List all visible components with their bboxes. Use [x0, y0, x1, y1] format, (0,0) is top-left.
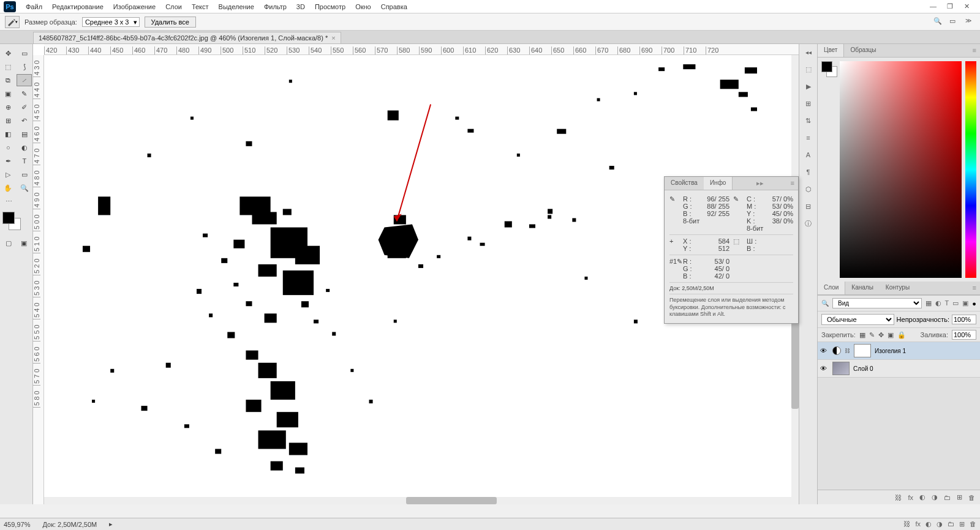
- link-layers-icon[interactable]: ⛓: [895, 494, 902, 501]
- artboard-tool[interactable]: ▭: [17, 47, 32, 59]
- status-chevron-icon[interactable]: ▸: [109, 520, 113, 528]
- menu-view[interactable]: Просмотр: [310, 1, 350, 12]
- info-collapse-icon[interactable]: ▸▸: [753, 177, 767, 190]
- filter-adjust-icon[interactable]: ◐: [935, 299, 941, 307]
- menu-select[interactable]: Выделение: [214, 1, 259, 12]
- sb-icon-1[interactable]: ⛓: [903, 520, 910, 528]
- tab-info[interactable]: Инфо: [704, 177, 733, 190]
- menu-help[interactable]: Справка: [376, 1, 412, 12]
- window-maximize-icon[interactable]: ❐: [947, 2, 956, 11]
- layer-mask-icon[interactable]: ◐: [919, 493, 925, 501]
- eraser-tool[interactable]: ◧: [1, 128, 16, 140]
- dock-paragraph-icon[interactable]: ¶: [803, 166, 814, 177]
- horizontal-ruler[interactable]: 4204304404504604704804905005105205305405…: [44, 44, 799, 55]
- menu-text[interactable]: Текст: [187, 1, 214, 12]
- sb-icon-7[interactable]: 🗑: [970, 520, 976, 528]
- search-icon[interactable]: 🔍: [933, 17, 943, 27]
- sb-icon-4[interactable]: ◑: [937, 520, 943, 528]
- brush-tool[interactable]: ✐: [17, 101, 32, 113]
- layer-thumbnail[interactable]: [832, 362, 850, 375]
- menu-window[interactable]: Окно: [350, 1, 376, 12]
- vertical-ruler[interactable]: 4 3 04 4 04 5 04 6 04 7 04 8 04 9 05 0 0…: [33, 55, 44, 504]
- sample-size-select[interactable]: Среднее 3 x 3 ▾: [82, 17, 140, 27]
- panel-foreground-swatch[interactable]: [821, 61, 832, 72]
- current-tool-indicator[interactable]: ▾: [5, 16, 20, 28]
- dock-icon-9[interactable]: ⊟: [803, 201, 814, 212]
- filter-smart-icon[interactable]: ▣: [962, 299, 968, 307]
- dock-icon-5[interactable]: ≡: [803, 132, 814, 143]
- new-group-icon[interactable]: 🗀: [944, 494, 951, 501]
- horizontal-scrollbar[interactable]: [44, 497, 799, 504]
- quickmask-standard[interactable]: ▢: [2, 237, 16, 249]
- tab-color[interactable]: Цвет: [818, 44, 844, 57]
- lock-all-icon[interactable]: 🔒: [897, 331, 906, 339]
- layer-filter-select[interactable]: Вид: [832, 298, 922, 308]
- lock-artboard-icon[interactable]: ▣: [888, 331, 894, 339]
- dock-play-icon[interactable]: ▶: [803, 81, 814, 92]
- frame-tool[interactable]: ▣: [1, 88, 16, 100]
- tab-paths[interactable]: Контуры: [880, 282, 916, 294]
- sb-icon-6[interactable]: ⊞: [959, 520, 965, 528]
- lock-transparent-icon[interactable]: ▦: [859, 331, 865, 339]
- layer-mask-thumbnail[interactable]: [854, 344, 871, 357]
- move-tool[interactable]: ✥: [1, 47, 16, 59]
- dock-expand-icon[interactable]: ◂◂: [803, 47, 814, 58]
- tab-swatches[interactable]: Образцы: [844, 44, 882, 57]
- sb-icon-5[interactable]: 🗀: [948, 520, 954, 528]
- lock-position-icon[interactable]: ✥: [878, 331, 884, 339]
- blur-tool[interactable]: ○: [1, 141, 16, 154]
- foreground-swatch[interactable]: [2, 212, 15, 224]
- workspace-switcher-icon[interactable]: ▭: [949, 17, 959, 27]
- expand-panels-icon[interactable]: ≫: [965, 17, 975, 27]
- menu-edit[interactable]: Редактирование: [47, 1, 108, 12]
- dock-info-icon[interactable]: ⓘ: [803, 218, 814, 229]
- healing-tool[interactable]: ⊕: [1, 101, 16, 113]
- stamp-tool[interactable]: ⊞: [1, 114, 16, 127]
- layer-fx-icon[interactable]: fx: [908, 494, 913, 501]
- dock-type-icon[interactable]: A: [803, 149, 814, 160]
- path-select-tool[interactable]: ▷: [1, 168, 16, 181]
- type-tool[interactable]: T: [17, 155, 32, 167]
- layer-name[interactable]: Изогелия 1: [875, 348, 906, 354]
- more-tools[interactable]: ⋯: [1, 195, 17, 207]
- dock-icon-1[interactable]: ⬚: [803, 64, 814, 75]
- layers-panel-menu-icon[interactable]: ≡: [969, 282, 980, 294]
- color-field[interactable]: [840, 61, 962, 278]
- history-brush-tool[interactable]: ↶: [17, 114, 32, 127]
- zoom-tool[interactable]: 🔍: [17, 182, 32, 194]
- menu-file[interactable]: Файл: [21, 1, 47, 12]
- color-swatches[interactable]: [2, 212, 30, 231]
- menu-filter[interactable]: Фильтр: [259, 1, 292, 12]
- filter-type-icon[interactable]: T: [945, 299, 949, 307]
- filter-pixel-icon[interactable]: ▦: [925, 299, 932, 307]
- lock-pixels-icon[interactable]: ✎: [869, 331, 875, 339]
- hue-slider[interactable]: [965, 61, 976, 278]
- blend-mode-select[interactable]: Обычные: [821, 314, 894, 325]
- dodge-tool[interactable]: ◐: [17, 141, 32, 154]
- info-panel-menu-icon[interactable]: ≡: [787, 177, 798, 190]
- filter-toggle[interactable]: ●: [972, 300, 976, 307]
- sb-icon-3[interactable]: ◐: [925, 520, 932, 528]
- menu-3d[interactable]: 3D: [292, 1, 310, 12]
- window-close-icon[interactable]: ✕: [964, 2, 973, 11]
- window-minimize-icon[interactable]: —: [930, 2, 938, 11]
- filter-shape-icon[interactable]: ▭: [952, 299, 959, 307]
- color-panel-menu-icon[interactable]: ≡: [969, 44, 980, 57]
- menu-image[interactable]: Изображение: [108, 1, 160, 12]
- marquee-tool[interactable]: ⬚: [1, 61, 16, 73]
- info-panel[interactable]: Свойства Инфо ▸▸ ≡ ✎ R :96/ 255 G :88/ 2…: [664, 176, 799, 324]
- dock-icon-3[interactable]: ⊞: [803, 98, 814, 109]
- tab-properties[interactable]: Свойства: [665, 177, 704, 190]
- shape-tool[interactable]: ▭: [17, 168, 32, 181]
- pen-tool[interactable]: ✒: [1, 155, 16, 167]
- crop-tool[interactable]: ⧉: [1, 74, 15, 86]
- new-adjustment-icon[interactable]: ◑: [932, 493, 938, 501]
- visibility-toggle-icon[interactable]: 👁: [820, 347, 829, 354]
- dock-icon-4[interactable]: ⇅: [803, 115, 814, 126]
- fill-input[interactable]: [952, 330, 976, 340]
- tab-channels[interactable]: Каналы: [845, 282, 880, 294]
- delete-all-button[interactable]: Удалить все: [145, 17, 196, 28]
- layer-item[interactable]: 👁 Слой 0: [818, 360, 980, 378]
- hand-tool[interactable]: ✋: [1, 182, 16, 194]
- visibility-toggle-icon[interactable]: 👁: [820, 365, 829, 372]
